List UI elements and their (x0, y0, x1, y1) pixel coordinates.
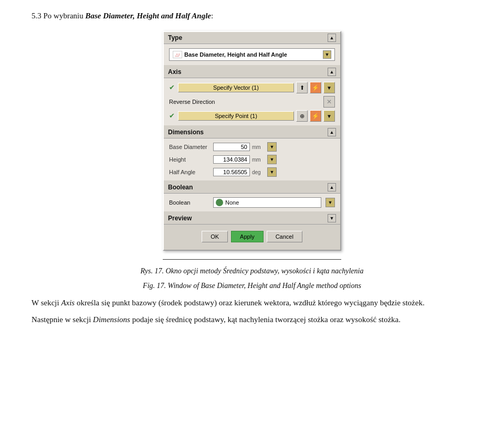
type-section-body: △! Base Diameter, Height and Half Angle … (164, 44, 340, 65)
fig-label: Fig. 17. (143, 282, 166, 290)
body-paragraph-2: Następnie w sekcji Dimensions podaje się… (32, 313, 472, 326)
type-dropdown[interactable]: △! Base Diameter, Height and Half Angle … (169, 48, 335, 61)
page-title: 5.3 Po wybraniu Base Diameter, Height an… (32, 10, 472, 22)
type-icon: △! (173, 51, 182, 58)
height-row: Height mm ▼ (167, 153, 337, 166)
bool-arrow[interactable]: ▼ (326, 198, 335, 207)
point-icon-btn-2[interactable]: ⚡ (310, 110, 321, 122)
axis-section-body: ✔ Specify Vector (1) ⬆ ⚡ ▼ Reverse Direc… (164, 78, 340, 125)
rys-text: Okno opcji metody Średnicy podstawy, wys… (165, 267, 363, 275)
base-diameter-row: Base Diameter mm ▼ (167, 141, 337, 153)
dialog-box: Type ▲ △! Base Diameter, Height and Half… (163, 31, 341, 251)
type-section: Type ▲ △! Base Diameter, Height and Half… (164, 32, 340, 65)
section-number: 5.3 (32, 12, 41, 20)
point-icon-btn-3[interactable]: ▼ (323, 110, 335, 122)
bottom-buttons: OK Apply Cancel (164, 227, 340, 244)
height-arrow[interactable]: ▼ (267, 155, 277, 164)
figure-caption-pl: Rys. 17. Okno opcji metody Średnicy pods… (32, 267, 472, 275)
axis-section: Axis ▲ ✔ Specify Vector (1) ⬆ ⚡ ▼ Revers… (164, 66, 340, 125)
reverse-x-button[interactable]: ✕ (323, 96, 335, 108)
axis-chevron[interactable]: ▲ (328, 68, 336, 76)
dimensions-section-header: Dimensions ▲ (164, 126, 340, 139)
base-diameter-label: Base Diameter (169, 144, 211, 150)
axis-section-header: Axis ▲ (164, 66, 340, 78)
dimensions-section-body: Base Diameter mm ▼ Height mm ▼ Half Angl… (164, 139, 340, 180)
p1-prefix: W sekcji (32, 299, 61, 307)
p2-suffix: podaje się średnicę podstawy, kąt nachyl… (130, 315, 401, 324)
title-prefix: Po wybraniu (44, 12, 83, 20)
type-section-header: Type ▲ (164, 32, 340, 44)
bool-dropdown[interactable]: None (213, 197, 321, 208)
title-bold: Base Diameter, Height and Half Angle (86, 12, 211, 20)
specify-point-check: ✔ (169, 112, 175, 120)
preview-header: Preview ▼ (164, 212, 340, 225)
base-diameter-unit: mm (252, 144, 265, 150)
preview-section: Preview ▼ (164, 212, 340, 225)
boolean-section-body: Boolean None ▼ (164, 194, 340, 211)
cancel-button[interactable]: Cancel (267, 231, 302, 242)
p1-italic: Axis (61, 299, 75, 307)
base-diameter-input[interactable] (213, 143, 250, 151)
body-paragraph-1: W sekcji Axis określa się punkt bazowy (… (32, 296, 472, 309)
vector-icon-btn-2[interactable]: ⚡ (310, 82, 321, 93)
height-label: Height (169, 156, 211, 163)
none-icon (216, 199, 223, 206)
reverse-direction-row: Reverse Direction ✕ (167, 95, 337, 109)
dimensions-chevron[interactable]: ▲ (328, 128, 336, 136)
axis-section-label: Axis (168, 68, 181, 76)
boolean-section-header: Boolean ▲ (164, 182, 340, 194)
p2-italic: Dimensions (93, 315, 130, 324)
boolean-row: Boolean None ▼ (167, 196, 337, 209)
bool-label: Boolean (169, 199, 211, 206)
type-chevron[interactable]: ▲ (328, 34, 336, 42)
specify-vector-row: ✔ Specify Vector (1) ⬆ ⚡ ▼ (167, 80, 337, 95)
point-icon-btn-1[interactable]: ⊕ (296, 110, 308, 122)
type-dropdown-arrow[interactable]: ▼ (323, 50, 331, 59)
half-angle-label: Half Angle (169, 169, 211, 175)
title-suffix: : (211, 12, 213, 20)
half-angle-input[interactable] (213, 168, 250, 176)
half-angle-row: Half Angle deg ▼ (167, 166, 337, 178)
height-input[interactable] (213, 155, 250, 164)
specify-point-row: ✔ Specify Point (1) ⊕ ⚡ ▼ (167, 109, 337, 123)
half-angle-arrow[interactable]: ▼ (267, 167, 277, 177)
type-section-label: Type (168, 34, 182, 41)
boolean-section-label: Boolean (168, 184, 193, 191)
apply-button[interactable]: Apply (231, 231, 264, 242)
fig-text: Window of Base Diameter, Height and Half… (168, 282, 361, 290)
dimensions-section: Dimensions ▲ Base Diameter mm ▼ Height m… (164, 126, 340, 180)
dimensions-section-label: Dimensions (168, 129, 204, 136)
boolean-chevron[interactable]: ▲ (328, 183, 336, 191)
specify-point-button[interactable]: Specify Point (1) (178, 111, 294, 121)
half-angle-unit: deg (252, 169, 265, 175)
base-diameter-arrow[interactable]: ▼ (267, 142, 277, 152)
type-value: Base Diameter, Height and Half Angle (184, 51, 287, 58)
separator-line (163, 259, 341, 260)
specify-vector-button[interactable]: Specify Vector (1) (178, 83, 294, 92)
height-unit: mm (252, 157, 265, 163)
figure-caption-en: Fig. 17. Window of Base Diameter, Height… (32, 282, 472, 290)
ok-button[interactable]: OK (202, 231, 228, 242)
p2-prefix: Następnie w sekcji (32, 315, 93, 324)
boolean-section: Boolean ▲ Boolean None ▼ (164, 182, 340, 211)
rys-label: Rys. 17. (141, 267, 164, 275)
dialog-container: Type ▲ △! Base Diameter, Height and Half… (32, 31, 472, 251)
reverse-direction-label: Reverse Direction (169, 99, 215, 105)
preview-label: Preview (168, 215, 192, 222)
vector-icon-btn-3[interactable]: ▼ (323, 82, 335, 93)
specify-vector-check: ✔ (169, 83, 175, 92)
bool-value: None (225, 199, 239, 206)
preview-chevron[interactable]: ▼ (328, 214, 336, 222)
p1-suffix: określa się punkt bazowy (środek podstaw… (75, 299, 424, 307)
vector-icon-btn-1[interactable]: ⬆ (296, 82, 308, 93)
